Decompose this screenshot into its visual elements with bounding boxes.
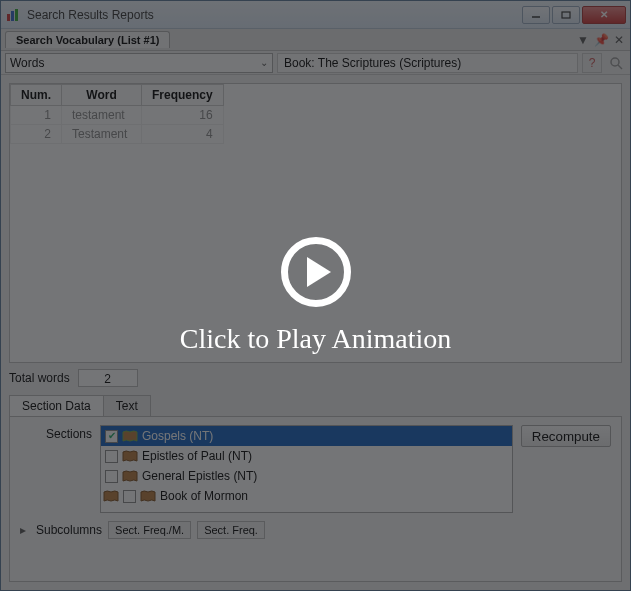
play-overlay[interactable]: Click to Play Animation xyxy=(0,0,631,591)
overlay-text: Click to Play Animation xyxy=(180,323,451,355)
play-icon xyxy=(281,237,351,307)
